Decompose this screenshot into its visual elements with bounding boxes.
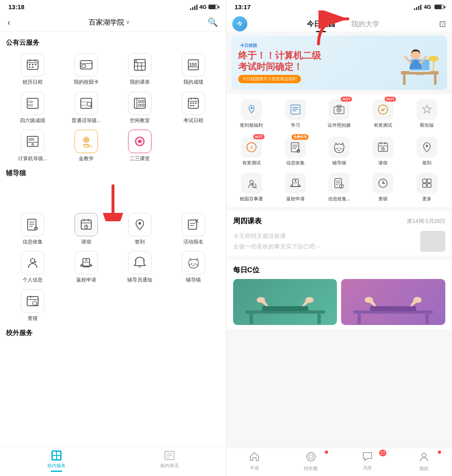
svg-point-167 — [365, 297, 373, 303]
score-icon-box: 100 — [182, 53, 205, 77]
schedule-content: 今天和明天都没有课 去做一些喜欢的事充实下自己吧～ — [233, 231, 446, 252]
svg-rect-87 — [53, 456, 56, 459]
r-list-item[interactable]: HOT 证件照拍摄 — [317, 99, 361, 128]
bottom-nav-campus-news[interactable]: 校内资讯 — [113, 446, 226, 476]
icon-label: 请假 — [81, 239, 91, 246]
search-button[interactable]: 🔍 — [208, 17, 218, 27]
free-classroom-icon-box — [128, 92, 152, 115]
list-item[interactable]: 辅导猫 — [167, 251, 220, 284]
list-item[interactable]: 返校申请 — [59, 251, 113, 284]
svg-text:710: 710 — [28, 100, 33, 103]
sig-bar-3 — [194, 6, 195, 10]
svg-rect-17 — [135, 60, 137, 62]
icon-label: 二三课堂 — [130, 156, 150, 162]
home-icon — [249, 451, 260, 464]
r-list-item[interactable]: 返校申请 — [273, 173, 317, 202]
r-bottom-profile[interactable]: 我的 — [396, 448, 452, 476]
list-item[interactable]: 空闲教室 — [113, 92, 167, 124]
status-bar-left: 13:18 4G — [0, 0, 226, 14]
campus-service-label: 校内服务 — [47, 463, 66, 469]
schedule-empty-area: 今天和明天都没有课 去做一些喜欢的事充实下自己吧～ — [233, 231, 416, 252]
campus-news-label: 校内资讯 — [160, 463, 179, 469]
r-list-item[interactable]: 签到 — [405, 137, 449, 166]
r-list-item[interactable]: 更多 — [405, 173, 449, 202]
list-item[interactable]: 01121 011▢ 普通话等级... — [59, 92, 113, 124]
list-item[interactable]: 信息收集 — [6, 213, 59, 246]
svg-point-133 — [250, 180, 253, 184]
svg-rect-158 — [317, 314, 321, 324]
free-badge: 免费使用 — [292, 134, 308, 140]
list-item[interactable]: 100 我的成绩 — [167, 53, 220, 86]
svg-point-113 — [378, 105, 388, 114]
fudao-grid: 信息收集 请假 — [6, 213, 220, 322]
back-button[interactable]: ‹ — [8, 18, 10, 27]
r-icon-label: 校园百事通 — [240, 196, 263, 202]
svg-rect-40 — [193, 102, 194, 104]
list-item[interactable]: 二三课堂 — [113, 130, 167, 162]
campus-news-icon — [164, 450, 175, 461]
svg-rect-67 — [188, 220, 197, 229]
banner-cta[interactable]: 今日校园携手小黑老师送福利 — [238, 75, 301, 83]
list-item[interactable]: 查寝 — [6, 289, 59, 322]
banner-figure — [393, 36, 447, 90]
svg-rect-29 — [134, 98, 145, 108]
left-scroll-content: 公有云服务 校历日程 — [0, 32, 226, 446]
daily-card-1[interactable] — [233, 279, 337, 325]
chevron-down-icon: ∨ — [126, 19, 130, 25]
icon-label: 四六级成绩 — [20, 118, 45, 124]
expand-button[interactable]: ⊡ — [439, 19, 446, 29]
r-bottom-label-home: 今选 — [250, 465, 259, 471]
card-illustration-1 — [233, 279, 337, 325]
icon-grid-row3: 校园百事通 返校申请 — [226, 171, 452, 207]
icon-grid-row2: HOT ✓ 有奖测试 免费使用 — [226, 135, 452, 168]
r-bottom-friends[interactable]: 同学圈 — [282, 448, 339, 476]
r-list-item[interactable]: 辅导猫 — [317, 137, 361, 166]
daily-card-2[interactable] — [341, 279, 445, 325]
icon-label: 考试日程 — [183, 118, 203, 124]
schedule-date: 第14周 5月28日 — [407, 218, 445, 225]
school-selector[interactable]: 百家湖学院 ∨ — [89, 18, 130, 27]
list-item[interactable]: 我的校园卡 — [59, 53, 113, 86]
svg-point-72 — [85, 259, 87, 261]
list-item[interactable]: 活动报名 — [167, 213, 220, 246]
checkin-icon2 — [416, 137, 437, 158]
dorm-check-icon2 — [372, 173, 393, 194]
list-item[interactable]: 我的课表 — [113, 53, 167, 86]
calendar-icon-box — [21, 53, 44, 77]
list-item[interactable]: 金教学 金教学 — [59, 130, 113, 162]
svg-point-102 — [429, 56, 439, 61]
computer-grade-icon-box: 100 — [21, 130, 44, 153]
r-list-item[interactable]: HOT 有奖测试 — [361, 99, 405, 128]
svg-text:100: 100 — [189, 62, 197, 67]
list-item[interactable]: 考试日程 — [167, 92, 220, 124]
checkin-welfare-icon — [241, 99, 262, 120]
svg-point-49 — [85, 138, 87, 141]
list-item[interactable]: 校历日程 — [6, 53, 59, 86]
r-list-item[interactable]: 免费使用 信息收集 — [273, 137, 317, 166]
r-list-item[interactable]: 签到领福利 — [230, 99, 274, 128]
list-item[interactable]: 辅导员通知 — [113, 251, 167, 284]
list-item[interactable]: 个人信息 — [6, 251, 59, 284]
r-icon-label: 信息收集... — [328, 196, 350, 202]
icon-grid-row1: 签到领福利 学习 HOT — [226, 94, 452, 132]
svg-rect-164 — [358, 314, 361, 324]
signal-bars-left — [190, 4, 198, 10]
r-icon-label: 更多 — [422, 196, 431, 202]
checkin-icon-box — [128, 213, 152, 236]
r-list-item[interactable]: 校园百事通 — [230, 173, 274, 202]
r-bottom-messages[interactable]: 27 消息 — [339, 448, 396, 476]
r-list-item[interactable]: 信息收集... — [317, 173, 361, 202]
list-item[interactable]: 100 计算机等级... — [6, 130, 59, 162]
r-list-item[interactable]: 学习 — [273, 99, 317, 128]
sig-bar-4 — [196, 5, 198, 10]
svg-point-168 — [413, 297, 422, 303]
icon-label: 计算机等级... — [18, 156, 47, 162]
svg-rect-95 — [403, 74, 406, 85]
r-list-item[interactable]: 查寝 — [361, 173, 405, 202]
bottom-nav-campus-service[interactable]: 校内服务 — [0, 446, 113, 476]
list-item[interactable]: 710 011 四六级成绩 — [6, 92, 59, 124]
r-list-item[interactable]: 斯坦福 — [405, 99, 449, 128]
r-bottom-home[interactable]: 今选 — [226, 448, 283, 476]
r-list-item[interactable]: HOT ✓ 有奖测试 — [230, 137, 274, 166]
r-list-item[interactable]: 请假 — [361, 137, 405, 166]
